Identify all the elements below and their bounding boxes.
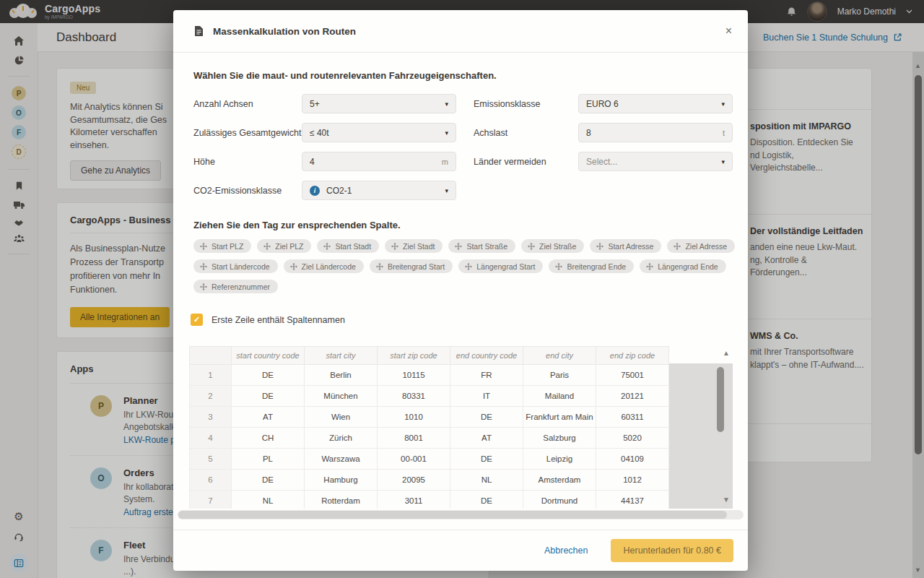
table-cell: Wien	[305, 407, 378, 428]
move-icon	[596, 243, 603, 250]
move-icon	[555, 263, 562, 270]
column-chip[interactable]: Ziel Adresse	[667, 239, 735, 253]
chip-row: Start PLZZiel PLZStart StadtZiel StadtSt…	[193, 239, 733, 253]
row-number-cell: 6	[190, 470, 232, 491]
chip-label: Längengrad Ende	[658, 262, 718, 271]
table-cell: 04109	[596, 449, 669, 470]
modal-title: Massenkalkulation von Routen	[213, 26, 356, 37]
info-icon[interactable]: i	[310, 186, 320, 196]
column-chip[interactable]: Breitengrad Start	[370, 259, 453, 273]
chip-label: Start Adresse	[608, 242, 653, 251]
table-cell: NL	[450, 470, 523, 491]
close-icon[interactable]: ×	[725, 25, 732, 37]
row-number-cell: 4	[190, 428, 232, 449]
cancel-button[interactable]: Abbrechen	[544, 545, 588, 556]
axle-load-label: Achslast	[474, 128, 578, 138]
emission-class-select[interactable]: EURO 6 ▾	[578, 94, 733, 113]
modal-body: Wählen Sie die maut- und routenrelevante…	[173, 53, 748, 530]
column-header[interactable]: end city	[523, 347, 596, 365]
chip-label: Breitengrad Start	[388, 262, 445, 271]
column-chip[interactable]: Start Straße	[448, 239, 515, 253]
download-button[interactable]: Herunterladen für 0.80 €	[611, 539, 733, 562]
table-row: 6DEHamburg20095NLAmsterdam1012	[190, 470, 669, 491]
column-chip[interactable]: Start Stadt	[317, 239, 379, 253]
chip-label: Start Straße	[466, 242, 507, 251]
modal-header: Massenkalkulation von Routen ×	[173, 10, 748, 53]
column-chip[interactable]: Breitengrad Ende	[549, 259, 634, 273]
column-chip[interactable]: Ziel PLZ	[257, 239, 311, 253]
column-chip[interactable]: Längengrad Ende	[640, 259, 726, 273]
table-cell: AT	[450, 428, 523, 449]
co2-class-label: CO2-Emissionsklasse	[193, 186, 302, 196]
table-cell: IT	[450, 386, 523, 407]
preview-table: start country codestart citystart zip co…	[189, 346, 669, 509]
column-chip[interactable]: Ziel Ländercode	[284, 259, 364, 273]
height-unit: m	[442, 158, 448, 166]
axles-value: 5+	[310, 99, 320, 109]
table-row: 2DEMünchen80331ITMailand20121	[190, 386, 669, 407]
table-cell: Mailand	[523, 386, 596, 407]
table-cell: Salzburg	[523, 428, 596, 449]
chip-label: Start Stadt	[335, 242, 371, 251]
table-header-row: start country codestart citystart zip co…	[190, 347, 669, 365]
column-header[interactable]: end country code	[450, 347, 523, 365]
height-input[interactable]: 4 m	[302, 152, 456, 171]
table-cell: DE	[232, 365, 305, 386]
avoid-countries-select[interactable]: Select... ▾	[578, 152, 733, 171]
table-hscrollbar-thumb[interactable]	[178, 511, 727, 519]
emission-class-value: EURO 6	[586, 99, 619, 109]
modal-subtitle: Wählen Sie die maut- und routenrelevante…	[193, 70, 733, 81]
table-hscrollbar[interactable]	[178, 510, 744, 519]
chip-label: Ziel Stadt	[403, 242, 435, 251]
row-number-header	[190, 347, 232, 365]
avoid-countries-label: Länder vermeiden	[474, 157, 578, 167]
gross-weight-value: ≤ 40t	[310, 128, 329, 138]
row-number-cell: 3	[190, 407, 232, 428]
move-icon	[323, 243, 331, 250]
chip-label: Start Ländercode	[212, 262, 270, 271]
table-cell: DE	[232, 470, 305, 491]
table-cell: Paris	[523, 365, 596, 386]
table-cell: 00-001	[378, 449, 450, 470]
column-chip[interactable]: Längengrad Start	[458, 259, 543, 273]
column-chip[interactable]: Start Ländercode	[193, 259, 278, 273]
table-cell: PL	[232, 449, 305, 470]
table-scrollbar-track[interactable]	[669, 363, 733, 509]
row-number-cell: 1	[190, 365, 232, 386]
table-row: 1DEBerlin10115FRParis75001	[190, 365, 669, 386]
column-chip[interactable]: Referenznummer	[193, 280, 278, 293]
column-chip[interactable]: Start PLZ	[193, 239, 251, 253]
column-chip[interactable]: Start Adresse	[590, 239, 661, 253]
axles-select[interactable]: 5+ ▾	[302, 94, 456, 113]
move-icon	[200, 243, 207, 250]
chip-row: Start LändercodeZiel LändercodeBreitengr…	[193, 259, 733, 273]
table-scroll-down-arrow[interactable]: ▼	[723, 496, 730, 504]
checkbox-checked[interactable]: ✓	[191, 314, 203, 326]
column-header[interactable]: end zip code	[596, 347, 669, 365]
chevron-down-icon: ▾	[721, 158, 725, 165]
gross-weight-select[interactable]: ≤ 40t ▾	[302, 123, 456, 142]
table-cell: DE	[450, 449, 523, 470]
chip-label: Längengrad Start	[476, 262, 535, 271]
move-icon	[376, 263, 383, 270]
row-number-cell: 7	[190, 491, 232, 509]
header-row-checkbox-row: ✓ Erste Zeile enthält Spaltennamen	[191, 314, 733, 326]
column-chip[interactable]: Ziel Stadt	[385, 239, 443, 253]
column-chip[interactable]: Ziel Straße	[521, 239, 584, 253]
table-scrollbar-thumb[interactable]	[717, 367, 724, 432]
axle-load-input[interactable]: 8 t	[578, 123, 733, 142]
co2-class-select[interactable]: i CO2-1 ▾	[302, 181, 456, 200]
column-header[interactable]: start city	[305, 347, 378, 365]
column-header[interactable]: start country code	[232, 347, 305, 365]
table-cell: AT	[232, 407, 305, 428]
table-scroll-up-arrow[interactable]: ▲	[723, 350, 730, 357]
table-cell: 20121	[596, 386, 669, 407]
chevron-down-icon: ▾	[445, 187, 448, 194]
column-header[interactable]: start zip code	[378, 347, 450, 365]
table-cell: 1012	[596, 470, 669, 491]
mass-calculation-modal: Massenkalkulation von Routen × Wählen Si…	[173, 10, 748, 571]
axle-load-value: 8	[586, 128, 591, 138]
move-icon	[200, 283, 207, 290]
table-cell: 60311	[596, 407, 669, 428]
table-cell: Dortmund	[523, 491, 596, 509]
